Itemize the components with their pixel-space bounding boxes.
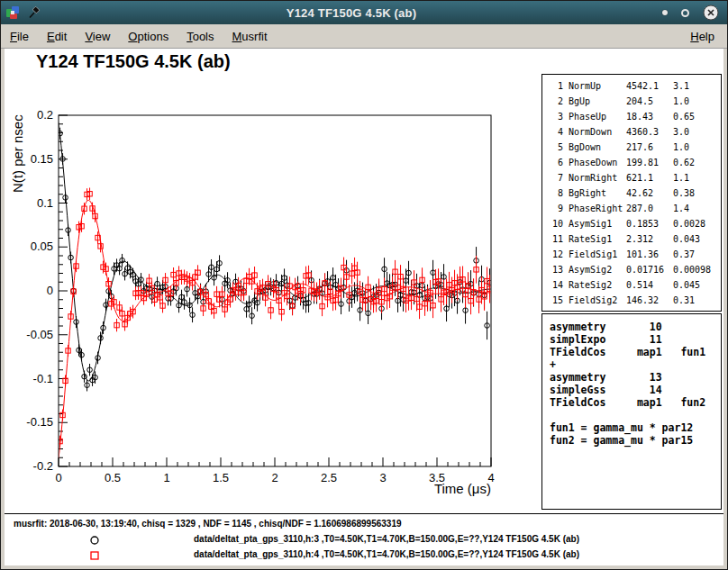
- close-button[interactable]: [703, 5, 719, 21]
- y-tick-label: 0: [47, 284, 53, 297]
- parameter-val: 199.81: [626, 155, 673, 170]
- parameter-row: 14RateSig20.5140.045: [548, 277, 721, 293]
- parameter-row: 2BgUp204.51.0: [548, 94, 721, 109]
- x-tick-label: 2.5: [321, 471, 337, 484]
- x-tick-label: 1: [163, 471, 169, 484]
- parameter-val: 0.1853: [626, 216, 673, 231]
- parameter-row: 4NormDown4360.33.0: [548, 124, 721, 140]
- window: Y124 TF150G 4.5K (ab) FileEditViewOption…: [0, 0, 728, 570]
- parameter-err: 1.0: [673, 140, 721, 155]
- series-squares: [58, 187, 492, 457]
- menu-item-tools[interactable]: Tools: [177, 26, 223, 47]
- x-tick-label: 1.5: [213, 471, 229, 484]
- parameter-row: 15FieldSig2146.320.31: [548, 293, 721, 308]
- y-tick-label: -0.2: [33, 459, 53, 473]
- menu-item-file[interactable]: File: [1, 26, 38, 47]
- theory-line: simplExpo 11: [550, 333, 721, 346]
- window-title: Y124 TF150G 4.5K (ab): [41, 6, 662, 20]
- parameter-err: 0.31: [673, 293, 721, 308]
- parameter-name: RateSig2: [569, 277, 626, 293]
- pin-icon[interactable]: [28, 6, 41, 19]
- parameter-num: 2: [548, 94, 563, 109]
- parameter-table: 1NormUp4542.13.12BgUp204.51.03PhaseUp18.…: [541, 74, 722, 312]
- parameter-row: 5BgDown217.61.0: [548, 140, 721, 155]
- y-tick-label: 0.1: [37, 196, 53, 210]
- minimize-button[interactable]: [662, 10, 668, 15]
- parameter-err: 0.043: [673, 231, 721, 247]
- parameter-name: NormDown: [569, 124, 626, 140]
- parameter-row: 13AsymSig20.017160.00098: [548, 262, 721, 277]
- menu-item-options[interactable]: Options: [119, 26, 177, 47]
- menubar: FileEditViewOptionsToolsMusrfit Help: [1, 24, 727, 49]
- parameter-err: 1.4: [673, 201, 721, 216]
- x-tick-label: 3: [379, 471, 386, 484]
- maximize-button[interactable]: [681, 9, 689, 17]
- parameter-row: 6PhaseDown199.810.62: [548, 155, 721, 170]
- parameter-val: 0.01716: [626, 262, 673, 277]
- menu-item-musrfit[interactable]: Musrfit: [223, 26, 277, 47]
- info-pad: musrfit: 2018-06-30, 13:19:40, chisq = 1…: [5, 513, 723, 565]
- parameter-row: 12FieldSig1101.360.37: [548, 247, 721, 262]
- parameter-name: BgUp: [569, 94, 626, 109]
- y-tick-label: -0.1: [33, 372, 53, 385]
- menu-item-view[interactable]: View: [76, 26, 119, 47]
- parameter-err: 0.00098: [673, 262, 721, 277]
- fit-statistics: musrfit: 2018-06-30, 13:19:40, chisq = 1…: [14, 519, 402, 529]
- theory-line: [550, 409, 721, 421]
- parameter-num: 11: [548, 231, 563, 247]
- parameter-val: 101.36: [626, 247, 673, 262]
- parameter-num: 7: [548, 170, 563, 185]
- theory-line: fun1 = gamma_mu * par12: [550, 421, 721, 434]
- parameter-row: 11RateSig12.3120.043: [548, 231, 721, 247]
- parameter-name: PhaseUp: [569, 109, 626, 124]
- parameter-row: 1NormUp4542.13.1: [548, 78, 721, 94]
- parameter-val: 204.5: [626, 94, 673, 109]
- parameter-err: 0.0028: [673, 216, 721, 231]
- menu-item-edit[interactable]: Edit: [38, 26, 76, 47]
- parameter-row: 10AsymSig10.18530.0028: [548, 216, 721, 231]
- parameter-name: PhaseDown: [569, 155, 626, 170]
- close-icon: [703, 5, 719, 21]
- parameter-num: 1: [548, 78, 563, 94]
- parameter-row: 3PhaseUp18.430.65: [548, 109, 721, 124]
- parameter-num: 9: [548, 201, 563, 216]
- parameter-err: 0.62: [673, 155, 721, 170]
- parameter-err: 3.1: [673, 78, 721, 94]
- page-title: Y124 TF150G 4.5K (ab): [36, 51, 231, 72]
- menu-item-help[interactable]: Help: [681, 26, 723, 47]
- parameter-val: 42.62: [626, 185, 673, 201]
- theory-block: asymmetry 10simplExpo 11TFieldCos map1 f…: [541, 313, 722, 510]
- parameter-err: 1.1: [673, 170, 721, 185]
- parameter-name: FieldSig2: [569, 293, 626, 308]
- open-circle-marker-icon: [89, 533, 100, 544]
- parameter-val: 4542.1: [626, 78, 673, 94]
- parameter-name: NormRight: [569, 170, 626, 185]
- series-circles: [58, 122, 493, 392]
- y-tick-label: -0.15: [26, 415, 53, 429]
- parameter-val: 217.6: [626, 140, 673, 155]
- app-icon[interactable]: [5, 5, 20, 20]
- theory-line: TFieldCos map1 fun1: [550, 346, 721, 358]
- x-tick-label: 2: [271, 471, 278, 484]
- parameter-val: 146.32: [626, 293, 673, 308]
- parameter-row: 9PhaseRight287.01.4: [548, 201, 721, 216]
- parameter-num: 5: [548, 140, 563, 155]
- legend-label: data/deltat_pta_gps_3110,h:3 ,T0=4.50K,T…: [194, 534, 579, 544]
- theory-line: asymmetry 13: [550, 371, 721, 384]
- x-tick-label: 0.5: [105, 471, 121, 484]
- parameter-err: 0.37: [673, 247, 721, 262]
- parameter-num: 10: [548, 216, 563, 231]
- parameter-row: 8BgRight42.620.38: [548, 185, 721, 201]
- parameter-err: 3.0: [673, 124, 721, 140]
- theory-line: asymmetry 10: [550, 321, 721, 333]
- theory-line: +: [550, 358, 721, 371]
- y-tick-label: 0.15: [31, 152, 53, 166]
- parameter-name: FieldSig1: [569, 247, 626, 262]
- y-tick-label: 0.2: [37, 108, 53, 122]
- menu-right: Help: [681, 26, 723, 47]
- parameter-val: 4360.3: [626, 124, 673, 140]
- parameter-val: 0.514: [626, 277, 673, 293]
- parameter-name: NormUp: [569, 78, 626, 94]
- plot-canvas[interactable]: 00.511.522.533.54-0.2-0.15-0.1-0.0500.05…: [5, 49, 545, 565]
- theory-line: TFieldCos map1 fun2: [550, 396, 721, 409]
